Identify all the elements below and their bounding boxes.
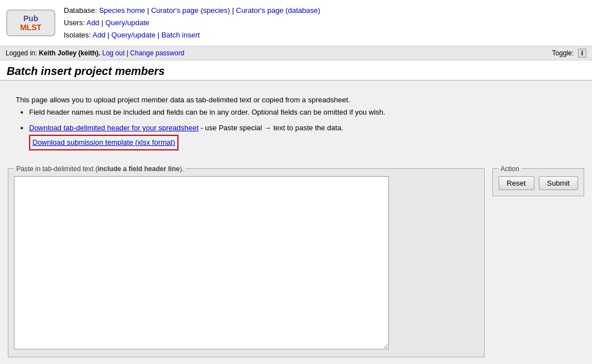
reset-button[interactable]: Reset xyxy=(499,176,534,190)
bullet1: Field header names must be included and … xyxy=(29,106,576,119)
intro-text: This page allows you to upload project m… xyxy=(16,94,576,106)
action-buttons: Reset Submit xyxy=(499,176,578,190)
paste-label-suffix: ). xyxy=(180,165,184,173)
paste-label-prefix: Paste in tab-delimited text ( xyxy=(16,165,97,173)
svg-text:Pub: Pub xyxy=(24,14,38,23)
isolates-label: Isolates: xyxy=(64,31,91,39)
toggle-label: Toggle: xyxy=(552,49,574,57)
logged-in-prefix: Logged in: xyxy=(6,49,39,57)
curators-page-species-link[interactable]: Curator's page (species) xyxy=(151,6,230,15)
page-title: Batch insert project members xyxy=(7,65,585,78)
paste-textarea[interactable] xyxy=(14,176,389,349)
database-label: Database: xyxy=(64,6,97,15)
header: Pub MLST Database: Species home | Curato… xyxy=(0,0,592,46)
page-title-area: Batch insert project members xyxy=(0,60,592,81)
logo: Pub MLST xyxy=(6,9,56,37)
paste-label-bold: include a field header line xyxy=(97,165,180,173)
users-add-link[interactable]: Add xyxy=(86,18,99,27)
action-fieldset: Action Reset Submit xyxy=(492,165,584,196)
download-template-link-wrapper[interactable]: Download submission template (xlsx forma… xyxy=(29,135,178,150)
logout-link[interactable]: Log out xyxy=(102,49,125,57)
bullet2: Download tab-delimited header for your s… xyxy=(29,122,576,150)
main-content: This page allows you to upload project m… xyxy=(0,81,592,364)
login-bar: Logged in: Keith Jolley (keith). Log out… xyxy=(0,46,592,60)
users-label: Users: xyxy=(64,18,85,27)
logged-in-user: Keith Jolley (keith). xyxy=(39,49,100,57)
login-info: Logged in: Keith Jolley (keith). Log out… xyxy=(6,49,184,57)
toggle-icon-btn[interactable]: i xyxy=(578,49,586,58)
users-query-update-link[interactable]: Query/update xyxy=(105,18,149,27)
paste-fieldset: Paste in tab-delimited text (include a f… xyxy=(8,165,485,357)
isolates-add-link[interactable]: Add xyxy=(92,31,105,39)
paste-legend: Paste in tab-delimited text (include a f… xyxy=(14,165,186,173)
svg-text:MLST: MLST xyxy=(20,23,42,32)
curators-page-database-link[interactable]: Curator's page (database) xyxy=(236,6,321,15)
download-template-link[interactable]: Download submission template (xlsx forma… xyxy=(32,138,175,146)
header-links: Database: Species home | Curator's page … xyxy=(64,4,320,41)
submit-button[interactable]: Submit xyxy=(539,176,578,190)
isolates-query-update-link[interactable]: Query/update xyxy=(111,31,156,39)
isolates-batch-insert-link[interactable]: Batch insert xyxy=(162,31,200,39)
toggle-area: Toggle: i xyxy=(552,49,586,58)
download-header-suffix: - use Paste special → text to paste the … xyxy=(199,124,344,132)
species-home-link[interactable]: Species home xyxy=(99,6,145,15)
info-box: This page allows you to upload project m… xyxy=(8,88,584,159)
download-header-link[interactable]: Download tab-delimited header for your s… xyxy=(29,124,199,132)
action-legend: Action xyxy=(499,165,521,173)
change-password-link[interactable]: Change password xyxy=(130,49,185,57)
